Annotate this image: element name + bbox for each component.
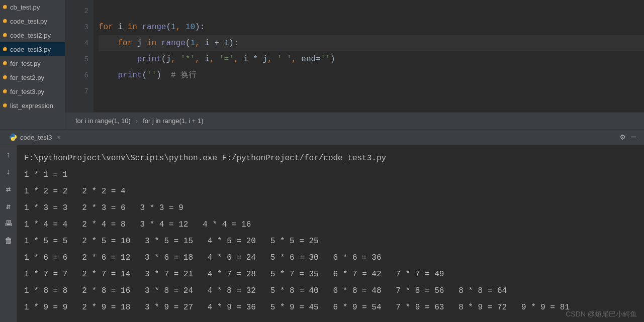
python-file-icon: [3, 61, 7, 65]
line-number: 5: [65, 51, 88, 67]
code-content[interactable]: for i in range(1, 10): for j in range(1,…: [94, 0, 644, 112]
python-file-icon: [3, 33, 7, 37]
run-tab-label: code_test3: [20, 134, 52, 141]
console-line: 1 * 1 = 1: [24, 167, 637, 183]
project-tree[interactable]: cb_test.pycode_test.pycode_test2.pycode_…: [0, 0, 65, 129]
code-line[interactable]: [99, 3, 644, 19]
code-line[interactable]: for j in range(1, i + 1):: [99, 35, 644, 51]
code-line[interactable]: print('') # 换行: [99, 67, 644, 83]
stop-icon[interactable]: ↓: [4, 167, 14, 177]
delete-icon[interactable]: 🗑: [4, 236, 14, 246]
minimize-icon[interactable]: —: [628, 133, 639, 142]
breadcrumb-item[interactable]: for j in range(1, i + 1): [143, 117, 203, 125]
python-file-icon: [3, 89, 7, 93]
file-item-code_test-py[interactable]: code_test.py: [0, 14, 65, 28]
console-line: 1 * 4 = 4 2 * 4 = 8 3 * 4 = 12 4 * 4 = 1…: [24, 217, 637, 233]
code-line[interactable]: print(j, '*', i, '=', i * j, ' ', end=''…: [99, 51, 644, 67]
file-item-cb_test-py[interactable]: cb_test.py: [0, 0, 65, 14]
line-number: 3: [65, 19, 88, 35]
file-label: list_expression: [10, 102, 53, 110]
code-editor: 234567 for i in range(1, 10): for j in r…: [65, 0, 644, 129]
line-number: 7: [65, 83, 88, 99]
file-label: code_test2.py: [10, 32, 51, 39]
restart-icon[interactable]: ⇄: [4, 184, 14, 194]
console-line: 1 * 6 = 6 2 * 6 = 12 3 * 6 = 18 4 * 6 = …: [24, 250, 637, 266]
file-label: cb_test.py: [10, 4, 40, 11]
breadcrumb-sep: ›: [136, 117, 138, 125]
rerun-icon[interactable]: ↑: [4, 150, 14, 160]
file-label: for_test2.py: [10, 74, 44, 81]
run-toolbar: code_test3 × ⚙ —: [0, 129, 644, 145]
file-item-code_test3-py[interactable]: code_test3.py: [0, 42, 65, 56]
console-line: 1 * 7 = 7 2 * 7 = 14 3 * 7 = 21 4 * 7 = …: [24, 266, 637, 283]
print-icon[interactable]: 🖶: [4, 219, 14, 229]
file-label: code_test3.py: [10, 46, 51, 53]
python-file-icon: [3, 103, 7, 108]
file-label: for_test3.py: [10, 88, 44, 95]
console-output[interactable]: F:\pythonProject\venv\Scripts\python.exe…: [17, 145, 644, 322]
python-icon: [9, 133, 17, 141]
file-item-list_expression[interactable]: list_expression: [0, 98, 65, 113]
breadcrumb-item[interactable]: for i in range(1, 10): [75, 117, 131, 125]
step-icon[interactable]: ⇵: [4, 201, 14, 211]
file-item-for_test2-py[interactable]: for_test2.py: [0, 70, 65, 84]
console-line: F:\pythonProject\venv\Scripts\python.exe…: [24, 150, 637, 167]
code-line[interactable]: for i in range(1, 10):: [99, 19, 644, 35]
close-tab-icon[interactable]: ×: [57, 134, 61, 141]
code-line[interactable]: [99, 83, 644, 99]
breadcrumbs[interactable]: for i in range(1, 10)›for j in range(1, …: [65, 112, 644, 129]
console-line: 1 * 5 = 5 2 * 5 = 10 3 * 5 = 15 4 * 5 = …: [24, 233, 637, 250]
gear-icon[interactable]: ⚙: [617, 132, 628, 142]
run-tool-column: ↑↓⇄⇵🖶🗑: [0, 145, 17, 322]
gutter: 234567: [65, 0, 94, 112]
run-tab[interactable]: code_test3 ×: [5, 132, 65, 143]
line-number: 4: [65, 35, 88, 51]
python-file-icon: [3, 5, 7, 9]
file-item-code_test2-py[interactable]: code_test2.py: [0, 28, 65, 42]
console-line: 1 * 2 = 2 2 * 2 = 4: [24, 183, 637, 200]
file-item-for_test-py[interactable]: for_test.py: [0, 56, 65, 70]
python-file-icon: [3, 75, 7, 79]
file-item-for_test3-py[interactable]: for_test3.py: [0, 84, 65, 98]
line-number: 6: [65, 67, 88, 83]
file-label: for_test.py: [10, 60, 41, 67]
console-line: 1 * 8 = 8 2 * 8 = 16 3 * 8 = 24 4 * 8 = …: [24, 283, 637, 299]
console-line: 1 * 3 = 3 2 * 3 = 6 3 * 3 = 9: [24, 200, 637, 217]
file-label: code_test.py: [10, 18, 47, 25]
python-file-icon: [3, 47, 7, 51]
line-number: 2: [65, 3, 88, 19]
console-line: 1 * 9 = 9 2 * 9 = 18 3 * 9 = 27 4 * 9 = …: [24, 299, 637, 316]
python-file-icon: [3, 19, 7, 23]
